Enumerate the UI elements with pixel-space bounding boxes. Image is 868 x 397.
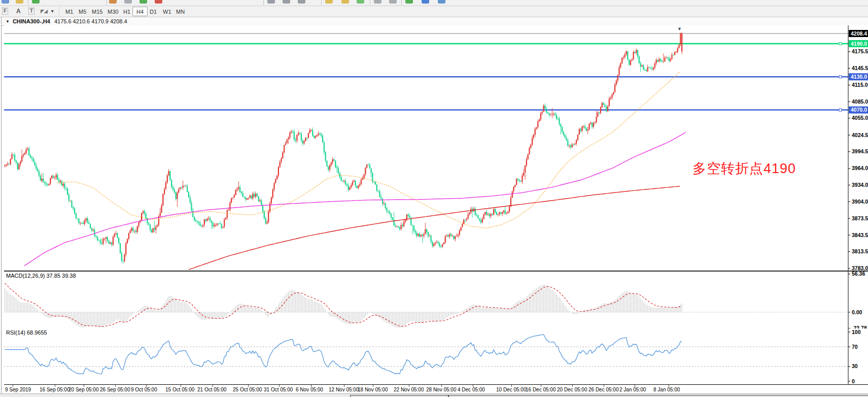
tools-toolbar: FAT◤◢▾M1M5M15M30H1H4D1W1MN [0, 6, 868, 17]
price-chart-svg[interactable]: 4175.54145.54115.04085.04055.04024.53994… [4, 25, 868, 271]
minimized-window[interactable] [350, 395, 448, 397]
resistance-line-4190[interactable] [4, 43, 848, 45]
time-axis-label: 31 Oct 05:00 [264, 387, 293, 392]
macd-axis-label: 0.00 [852, 309, 862, 315]
macd-axis-label: -23.78 [852, 325, 867, 328]
main-toolbar [0, 0, 868, 6]
toolbar-separator [28, 0, 28, 5]
rsi-chart-svg[interactable]: 10070300 [4, 328, 868, 384]
macd-signal-line [5, 283, 682, 326]
time-axis[interactable]: 9 Sep 201916 Sep 05:0020 Sep 05:0026 Sep… [4, 385, 868, 393]
price-axis-label: 4055.0 [852, 115, 868, 121]
toolbar-grip [58, 7, 60, 15]
arrow-objects-caret[interactable]: ▾ [51, 7, 54, 16]
tile-windows-icon[interactable] [357, 0, 364, 4]
chart-window: ▼ CHINA300-,H4 4175.6 4210.6 4170.9 4208… [0, 17, 868, 397]
price-axis-label: 3964.0 [852, 165, 868, 171]
toolbar-separator [370, 0, 370, 5]
add-chart-icon[interactable] [32, 0, 40, 4]
rsi-pane[interactable]: RSI(14) 68.9655 10070300 [4, 328, 868, 385]
main-chart-pane[interactable]: 多空转折点4190 ▼ 4175.54145.54115.04085.04055… [4, 25, 868, 271]
new-order-icon[interactable] [2, 0, 9, 4]
time-axis-label: 26 Dec 05:00 [588, 387, 619, 392]
time-axis-label: 4 Dec 05:00 [458, 387, 485, 392]
toolbar-separator [107, 0, 107, 5]
time-axis-label: 2 Jan 05:00 [619, 387, 646, 392]
price-badge-4208.4: 4208.4 [849, 30, 868, 37]
price-axis-label: 4024.5 [852, 132, 868, 138]
play-tester-icon[interactable] [140, 0, 147, 4]
macd-axis-label: 56.36 [852, 272, 865, 277]
arrow-objects-tool[interactable]: ◤◢ [41, 7, 48, 16]
chart-symbol-timeframe: CHINA300-,H4 [13, 18, 50, 24]
time-axis-label: 20 Sep 05:00 [68, 387, 99, 392]
periods-icon[interactable] [422, 0, 429, 4]
time-axis-label: 9 Oct 05:00 [131, 387, 157, 392]
candle-chart-type-icon[interactable] [283, 0, 290, 4]
time-axis-label: 15 Oct 05:00 [165, 387, 194, 392]
rsi-axis-label: 100 [852, 329, 861, 335]
price-axis-label: 3934.0 [852, 182, 868, 188]
price-badge-4130.0: 4130.0 [849, 73, 868, 80]
price-badge-4190.0: 4190.0 [849, 40, 868, 47]
support-line-4130[interactable] [4, 76, 848, 78]
record-icon[interactable] [155, 0, 162, 4]
rsi-line [5, 335, 682, 374]
text-label-tool[interactable]: T [28, 7, 34, 16]
price-axis-label: 3873.5 [852, 215, 868, 221]
last-bar-marker-icon: ▼ [677, 26, 682, 31]
templates-icon[interactable] [438, 0, 445, 4]
price-axis-label: 3783.0 [852, 265, 868, 271]
rsi-label: RSI(14) 68.9655 [6, 329, 47, 336]
annotation-text[interactable]: 多空转折点4190 [692, 159, 796, 178]
time-axis-label: 25 Oct 05:00 [233, 387, 262, 392]
timeframe-mn[interactable]: MN [172, 7, 189, 16]
bar-chart-type-icon[interactable] [267, 0, 275, 4]
ma-mid-magenta [24, 133, 686, 266]
rsi-axis-label: 70 [852, 344, 858, 350]
chart-shift-icon[interactable] [389, 0, 397, 4]
price-axis-label: 3904.0 [852, 198, 868, 205]
market-watch-icon[interactable] [16, 0, 23, 4]
time-axis-label: 6 Nov 05:00 [296, 387, 323, 392]
time-axis-label: 8 Jan 05:00 [653, 387, 680, 392]
time-axis-label: 21 Oct 05:00 [197, 387, 226, 392]
text-a-tool[interactable]: A [16, 7, 21, 16]
time-axis-label: 16 Sep 05:00 [40, 387, 70, 392]
macd-pane[interactable]: MACD(12,26,9) 37.85 39.38 56.360.00-23.7… [4, 271, 868, 329]
support-line-4070[interactable] [4, 109, 848, 111]
minimized-windows-strip [0, 393, 868, 397]
macd-chart-svg[interactable]: 56.360.00-23.78 [4, 272, 868, 328]
auto-scroll-icon[interactable] [374, 0, 381, 4]
price-axis-label: 3843.5 [852, 232, 868, 238]
price-axis-label: 3813.5 [852, 248, 868, 254]
print-icon[interactable] [124, 0, 132, 4]
time-axis-label: 22 Nov 05:00 [394, 387, 424, 392]
time-axis-label: 16 Dec 05:00 [526, 387, 556, 392]
label-f-tool[interactable]: F [2, 7, 8, 16]
symbol-dropdown-icon[interactable]: ▼ [6, 19, 10, 24]
window-frame [1, 17, 2, 397]
toolbar-separator [263, 0, 264, 5]
macd-label: MACD(12,26,9) 37.85 39.38 [6, 273, 76, 279]
svg-text:4190.0: 4190.0 [851, 41, 867, 47]
time-axis-label: 20 Dec 05:00 [557, 387, 587, 392]
price-axis-label: 4175.5 [852, 48, 868, 54]
price-axis-label: 3994.5 [852, 148, 868, 154]
minimized-window[interactable] [448, 395, 868, 397]
time-axis-label: 10 Dec 05:00 [496, 387, 527, 392]
time-axis-label: 18 Nov 05:00 [358, 387, 388, 392]
price-badge-4070.0: 4070.0 [849, 107, 868, 114]
rsi-axis-label: 0 [852, 378, 855, 384]
price-axis-label: 4115.0 [852, 82, 868, 88]
chart-ohlc-values: 4175.6 4210.6 4170.9 4208.4 [54, 18, 127, 24]
zoom-in-icon[interactable] [325, 0, 333, 4]
svg-text:4070.0: 4070.0 [851, 107, 867, 113]
cursor-tool-icon[interactable] [109, 0, 117, 4]
rsi-axis-label: 30 [852, 363, 858, 369]
indicators-icon[interactable] [405, 0, 413, 4]
time-axis-label: 9 Sep 2019 [5, 387, 31, 392]
line-chart-type-icon[interactable] [298, 0, 305, 4]
zoom-out-icon[interactable] [341, 0, 349, 4]
toolbar-separator [321, 0, 322, 5]
